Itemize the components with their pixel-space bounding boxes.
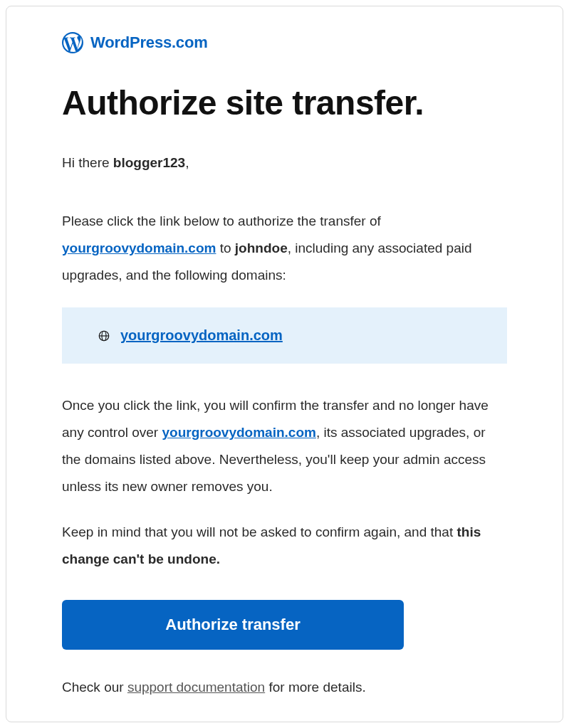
- confirm-paragraph: Once you click the link, you will confir…: [62, 392, 507, 500]
- brand-name: WordPress.com: [90, 33, 208, 52]
- site-link-2[interactable]: yourgroovydomain.com: [162, 425, 315, 440]
- globe-icon: [98, 329, 110, 342]
- authorize-transfer-button[interactable]: Authorize transfer: [62, 600, 404, 650]
- recipient-name: johndoe: [235, 241, 288, 255]
- p1-mid1: to: [216, 241, 234, 255]
- domain-list-item: yourgroovydomain.com: [98, 327, 471, 344]
- greeting-pre: Hi there: [62, 155, 113, 170]
- greeting-username: blogger123: [113, 155, 185, 170]
- warning-paragraph: Keep in mind that you will not be asked …: [62, 519, 507, 573]
- greeting-post: ,: [185, 155, 189, 170]
- footer-pre: Check our: [62, 680, 127, 695]
- domain-link[interactable]: yourgroovydomain.com: [120, 327, 283, 344]
- site-link[interactable]: yourgroovydomain.com: [62, 241, 216, 255]
- footer-paragraph: Check our support documentation for more…: [62, 674, 507, 701]
- greeting: Hi there blogger123,: [62, 149, 507, 176]
- wordpress-logo-icon: [62, 32, 83, 53]
- p3-pre: Keep in mind that you will not be asked …: [62, 524, 457, 539]
- brand: WordPress.com: [62, 32, 507, 53]
- domain-list-box: yourgroovydomain.com: [62, 307, 507, 364]
- p1-pre: Please click the link below to authorize…: [62, 213, 381, 228]
- page-title: Authorize site transfer.: [62, 83, 507, 122]
- email-card: WordPress.com Authorize site transfer. H…: [6, 6, 563, 722]
- intro-paragraph: Please click the link below to authorize…: [62, 208, 507, 289]
- support-documentation-link[interactable]: support documentation: [127, 680, 265, 695]
- footer-post: for more details.: [265, 680, 366, 695]
